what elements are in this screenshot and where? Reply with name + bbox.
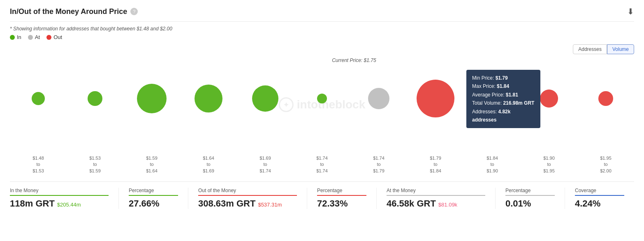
footer-at-label: At the Money bbox=[387, 188, 485, 193]
footer-pct-out-underline bbox=[317, 195, 366, 196]
tooltip-max: Max Price: $1.84 bbox=[472, 82, 535, 90]
bubble-col-4 bbox=[237, 66, 294, 131]
header-left: In/Out of the Money Around Price ? bbox=[10, 7, 138, 16]
tooltip-avg-label: Average Price: bbox=[472, 92, 505, 98]
x-axis: $1.48to$1.53 $1.53to$1.59 $1.59to$1.64 $… bbox=[10, 155, 634, 174]
footer-coverage-label: Coverage bbox=[575, 188, 624, 193]
legend-dot-in bbox=[10, 35, 15, 40]
tooltip-max-val: $1.84 bbox=[497, 83, 509, 89]
volume-button[interactable]: Volume bbox=[607, 44, 634, 54]
x-label-4: $1.69to$1.74 bbox=[237, 155, 294, 174]
tooltip: Min Price: $1.79 Max Price: $1.84 Averag… bbox=[466, 70, 540, 128]
legend-in: In bbox=[10, 34, 21, 40]
x-label-2: $1.59to$1.64 bbox=[123, 155, 180, 174]
tooltip-vol-label: Total Volume: bbox=[472, 100, 502, 106]
bubble-col-1 bbox=[67, 66, 123, 131]
footer-at-value: 46.58k GRT $81.09k bbox=[387, 198, 485, 209]
tooltip-avg: Average Price: $1.81 bbox=[472, 91, 535, 99]
footer-pct-at: Percentage 0.01% bbox=[505, 188, 565, 209]
legend-label-in: In bbox=[17, 34, 21, 40]
footer-pct-out-value: 72.33% bbox=[317, 198, 366, 209]
bubble-col-3 bbox=[180, 66, 237, 131]
bubbles-row: Min Price: $1.79 Max Price: $1.84 Averag… bbox=[10, 66, 634, 131]
x-label-8: $1.84to$1.90 bbox=[464, 155, 521, 174]
footer-in-underline bbox=[10, 195, 109, 196]
chart-controls: Addresses Volume bbox=[10, 44, 634, 54]
x-label-0: $1.48to$1.53 bbox=[10, 155, 67, 174]
footer-pct-at-value: 0.01% bbox=[505, 198, 555, 209]
bubble-3 bbox=[195, 85, 222, 112]
footer-pct-in: Percentage 27.66% bbox=[129, 188, 188, 209]
bubble-10 bbox=[598, 91, 613, 106]
tooltip-vol: Total Volume: 216.98m GRT bbox=[472, 99, 535, 107]
footer-out-the-money: Out of the Money 308.63m GRT $537.31m bbox=[198, 188, 307, 209]
tooltip-vol-val: 216.98m GRT bbox=[503, 100, 534, 106]
tooltip-min: Min Price: $1.79 bbox=[472, 74, 535, 82]
footer-out-sub: $537.31m bbox=[258, 202, 282, 208]
footer-pct-in-value: 27.66% bbox=[129, 198, 178, 209]
footer-out-label: Out of the Money bbox=[198, 188, 297, 193]
tooltip-min-label: Min Price: bbox=[472, 75, 494, 81]
addresses-button[interactable]: Addresses bbox=[573, 44, 607, 54]
x-label-5: $1.74to$1.74 bbox=[294, 155, 350, 174]
tooltip-addr: Addresses: 4.82k addresses bbox=[472, 108, 535, 124]
bubble-col-6 bbox=[350, 66, 407, 131]
tooltip-min-val: $1.79 bbox=[496, 75, 508, 81]
footer-at-the-money: At the Money 46.58k GRT $81.09k bbox=[387, 188, 496, 209]
footer-in-value: 118m GRT $205.44m bbox=[10, 198, 109, 209]
x-label-10: $1.95to$2.00 bbox=[577, 155, 634, 174]
footer-pct-in-label: Percentage bbox=[129, 188, 178, 193]
subtitle: * Showing information for addresses that… bbox=[10, 26, 634, 32]
page-title: In/Out of the Money Around Price bbox=[10, 7, 127, 16]
tooltip-addr-label: Addresses: bbox=[472, 109, 497, 115]
bubble-col-2 bbox=[123, 66, 180, 131]
bubble-col-5 bbox=[294, 66, 350, 131]
x-label-9: $1.90to$1.95 bbox=[521, 155, 577, 174]
legend-at: At bbox=[28, 34, 40, 40]
help-icon[interactable]: ? bbox=[130, 8, 138, 15]
footer-at-underline bbox=[387, 195, 485, 196]
bubble-0 bbox=[32, 92, 45, 105]
tooltip-max-label: Max Price: bbox=[472, 83, 496, 89]
bubble-col-0 bbox=[10, 66, 67, 131]
footer-at-sub: $81.09k bbox=[438, 202, 457, 208]
footer-at-main: 46.58k GRT bbox=[387, 198, 436, 209]
footer-pct-at-underline bbox=[505, 195, 555, 196]
x-label-6: $1.74to$1.79 bbox=[350, 155, 407, 174]
download-icon[interactable]: ⬇ bbox=[627, 7, 634, 16]
main-container: In/Out of the Money Around Price ? ⬇ * S… bbox=[0, 0, 644, 241]
legend-out: Out bbox=[46, 34, 62, 40]
x-label-1: $1.53to$1.59 bbox=[67, 155, 123, 174]
footer-pct-at-label: Percentage bbox=[505, 188, 555, 193]
footer-pct-out: Percentage 72.33% bbox=[317, 188, 377, 209]
bubble-2 bbox=[137, 84, 167, 113]
legend-label-at: At bbox=[35, 34, 40, 40]
footer-in-sub: $205.44m bbox=[57, 202, 81, 208]
footer-coverage: Coverage 4.24% bbox=[575, 188, 634, 209]
legend: In At Out bbox=[10, 34, 634, 40]
footer-pct-in-underline bbox=[129, 195, 178, 196]
header: In/Out of the Money Around Price ? ⬇ bbox=[10, 7, 634, 22]
footer-out-underline bbox=[198, 195, 297, 196]
x-label-3: $1.64to$1.69 bbox=[180, 155, 237, 174]
bubble-4 bbox=[252, 85, 278, 112]
bubble-9 bbox=[540, 90, 558, 108]
bubble-5 bbox=[317, 94, 327, 103]
footer-in-label: In the Money bbox=[10, 188, 109, 193]
footer: In the Money 118m GRT $205.44m Percentag… bbox=[10, 181, 634, 209]
footer-pct-out-label: Percentage bbox=[317, 188, 366, 193]
bubble-col-10 bbox=[577, 66, 634, 131]
bubble-col-7: Min Price: $1.79 Max Price: $1.84 Averag… bbox=[407, 66, 464, 131]
bubble-7 bbox=[417, 80, 454, 117]
current-price-label: Current Price: $1.75 bbox=[332, 57, 376, 63]
footer-out-main: 308.63m GRT bbox=[198, 198, 255, 209]
bubble-1 bbox=[88, 91, 102, 106]
footer-in-the-money: In the Money 118m GRT $205.44m bbox=[10, 188, 119, 209]
footer-coverage-underline bbox=[575, 195, 624, 196]
tooltip-avg-val: $1.81 bbox=[506, 92, 518, 98]
x-label-7: $1.79to$1.84 bbox=[407, 155, 464, 174]
bubble-6 bbox=[368, 88, 389, 109]
legend-dot-at bbox=[28, 35, 33, 40]
chart-area: ✦ intotheblock Current Price: $1.75 bbox=[10, 57, 634, 152]
legend-label-out: Out bbox=[53, 34, 62, 40]
